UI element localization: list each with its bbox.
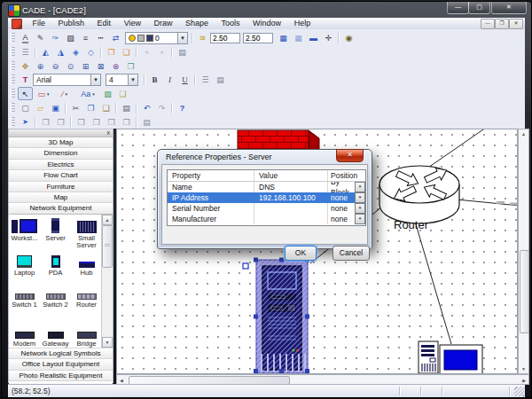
category-dimension[interactable]: Dimension — [9, 148, 113, 159]
toolbar-grip[interactable] — [11, 33, 15, 43]
toolbar-grip[interactable] — [11, 47, 15, 58]
cut-button[interactable]: ✂ — [68, 101, 83, 114]
category-electrics[interactable]: Electrics — [9, 160, 113, 170]
scroll-up-icon[interactable]: ▲ — [519, 131, 528, 137]
menu-tools[interactable]: Tools — [216, 18, 246, 29]
layer-dropdown-icon[interactable]: ▼ — [177, 33, 187, 43]
layers-button[interactable]: ≋ — [195, 31, 210, 44]
new-button[interactable]: ▢ — [18, 101, 33, 114]
line-weight-button[interactable]: ≡ — [78, 31, 93, 44]
palette-item-bridge[interactable]: Bridge — [71, 323, 102, 348]
mirror-horizontal-button[interactable]: ◮ — [53, 45, 68, 59]
palette-item-modem[interactable]: Modem — [9, 323, 40, 348]
table-row-serial-number[interactable]: Serial Number none ▾ — [168, 203, 365, 214]
text-tool-button[interactable]: Aa▾ — [75, 87, 100, 100]
select-tool-button[interactable]: ↖ — [18, 87, 33, 100]
layer-select[interactable]: 0 ▼ — [125, 32, 188, 44]
menu-view[interactable]: View — [119, 18, 146, 29]
toolbar-grip[interactable] — [11, 117, 15, 128]
palette-item-switch-2[interactable]: Switch 2 — [40, 284, 71, 309]
stamp-properties-button[interactable]: ▤ — [139, 115, 154, 129]
position-dropdown-button[interactable]: ▾ — [355, 203, 365, 214]
menu-publish[interactable]: Publish — [53, 18, 90, 29]
stamp-4-button[interactable]: ❒ — [89, 115, 104, 129]
category-network-logical-symbols[interactable]: Network Logical Symbols — [9, 348, 113, 359]
stamp-5-button[interactable]: ❒ — [104, 115, 119, 129]
resize-grip[interactable] — [514, 387, 524, 396]
palette-scrollbar-thumb[interactable] — [102, 225, 113, 268]
palette-item-pda[interactable]: PDA — [40, 252, 71, 278]
title-bar[interactable]: CADE - [CADE2] — ▢ ✕ — [2, 2, 531, 18]
palette-item-hub[interactable]: Hub — [71, 252, 102, 278]
menu-edit[interactable]: Edit — [92, 18, 117, 29]
category-map[interactable]: Map — [9, 192, 113, 203]
ruler-toggle-button[interactable]: ▬ — [306, 31, 321, 44]
mdi-restore-button[interactable]: ❐ — [495, 19, 509, 29]
menu-window[interactable]: Window — [247, 18, 286, 29]
fill-style-button[interactable]: ✑ — [48, 31, 63, 44]
font-name-select[interactable]: Arial ▼ — [33, 74, 101, 86]
scroll-down-icon[interactable]: ▼ — [102, 337, 113, 348]
ok-button[interactable]: OK — [285, 246, 317, 261]
stamp-6-button[interactable]: ❒ — [119, 115, 134, 129]
toolbar-grip[interactable] — [11, 61, 15, 72]
category-office-layout-equipment[interactable]: Office Layout Equipment — [9, 359, 113, 370]
zoom-page-button[interactable]: ⊙ — [63, 59, 78, 73]
toolbar-grip[interactable] — [11, 103, 15, 113]
export-view-button[interactable]: ❐ — [123, 59, 138, 73]
save-button[interactable]: ▣ — [48, 101, 63, 114]
image-tool-button[interactable]: ▨ — [100, 87, 115, 100]
palette-item-server[interactable]: Server — [40, 217, 71, 243]
bold-button[interactable]: B — [147, 73, 162, 86]
print-button[interactable]: ▤ — [119, 101, 134, 114]
callout-tool-button[interactable]: ❏ — [115, 87, 130, 100]
ungroup-button[interactable]: ▫ — [154, 45, 169, 59]
align-button[interactable]: ☰ — [18, 45, 33, 59]
position-dropdown-button[interactable]: ▾ — [355, 182, 365, 192]
table-row-name[interactable]: Name DNS By Block ▾ — [168, 182, 365, 192]
line-style-button[interactable]: ┅ — [93, 31, 108, 44]
server-rack-shape[interactable] — [243, 258, 309, 374]
palette-item-router[interactable]: Router — [71, 284, 102, 309]
dialog-close-button[interactable]: ✕ — [336, 149, 364, 162]
mdi-close-button[interactable]: ✕ — [509, 19, 523, 29]
palette-item-gateway[interactable]: Gateway — [40, 323, 71, 348]
menu-shape[interactable]: Shape — [180, 18, 214, 29]
toolbar-grip[interactable] — [11, 89, 15, 99]
font-color-button[interactable]: A — [18, 31, 33, 44]
send-to-back-button[interactable]: ❏ — [119, 45, 134, 59]
category-furniture[interactable]: Furniture — [9, 182, 113, 192]
menu-file[interactable]: File — [27, 18, 51, 29]
category-3d-map[interactable]: 3D Map — [9, 137, 113, 148]
italic-button[interactable]: I — [162, 73, 177, 86]
canvas-vscrollbar[interactable]: ▲ ▼ — [518, 129, 529, 374]
group-button[interactable]: ▫ — [139, 45, 154, 59]
category-photo-realistic-equipment[interactable]: Photo Realistic Equipment — [9, 371, 113, 381]
vscrollbar-thumb[interactable] — [520, 250, 529, 333]
pen-style-button[interactable]: ✎ — [33, 31, 48, 44]
panel-close-icon[interactable]: x — [107, 129, 111, 137]
rotate-left-button[interactable]: ◈ — [68, 45, 83, 59]
copy-button[interactable]: ❐ — [83, 101, 98, 114]
find-button[interactable]: ◉ — [341, 31, 356, 44]
shape-properties-button[interactable]: ▤ — [175, 45, 190, 59]
text-style-button[interactable]: T — [18, 73, 33, 86]
move-origin-button[interactable]: ✛ — [321, 31, 336, 44]
paragraph-button[interactable]: ☰ — [198, 73, 213, 86]
stamp-3-button[interactable]: ❒ — [74, 115, 89, 129]
stamp-2-button[interactable]: ❒ — [53, 115, 68, 129]
scroll-up-icon[interactable]: ▲ — [102, 215, 113, 225]
menu-draw[interactable]: Draw — [149, 18, 178, 29]
link-router-right[interactable] — [457, 200, 518, 206]
rotate-right-button[interactable]: ◇ — [83, 45, 98, 59]
text-properties-button[interactable]: ▤ — [213, 73, 228, 86]
zoom-in-button[interactable]: ⊕ — [33, 59, 48, 73]
maximize-button[interactable]: ▢ — [468, 2, 490, 14]
router-shape[interactable] — [379, 164, 459, 223]
hatch-style-button[interactable]: ▨ — [63, 31, 78, 44]
link-router-up[interactable] — [426, 129, 486, 169]
font-size-dropdown-icon[interactable]: ▼ — [128, 74, 137, 85]
position-dropdown-button[interactable]: ▾ — [355, 214, 365, 224]
palette-item-switch-1[interactable]: Switch 1 — [9, 284, 40, 309]
scroll-left-icon[interactable]: ◀ — [120, 378, 123, 383]
